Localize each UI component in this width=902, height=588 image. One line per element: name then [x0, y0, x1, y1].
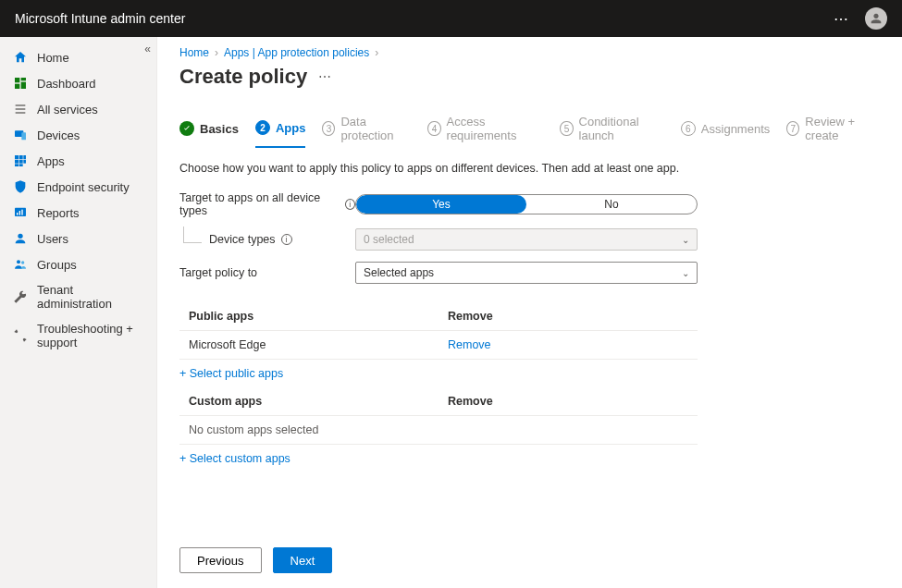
next-button[interactable]: Next: [273, 547, 333, 573]
wizard-step-label: Review + create: [805, 115, 880, 142]
sidebar-item-label: All services: [37, 103, 98, 116]
breadcrumb-apps-policies[interactable]: Apps | App protection policies: [224, 46, 369, 59]
app-title: Microsoft Intune admin center: [15, 11, 185, 26]
sidebar-item-home[interactable]: Home: [0, 44, 156, 70]
indent-line: [183, 227, 202, 243]
svg-rect-18: [17, 213, 18, 215]
svg-rect-14: [23, 160, 26, 164]
sidebar-item-tenant-admin[interactable]: Tenant administration: [0, 277, 156, 316]
target-policy-dropdown[interactable]: Selected apps ⌄: [355, 262, 698, 284]
sidebar-item-users[interactable]: Users: [0, 226, 156, 251]
custom-apps-table: Custom apps Remove No custom apps select…: [179, 387, 698, 445]
svg-rect-20: [21, 210, 22, 215]
table-row: Microsoft Edge Remove: [179, 331, 698, 360]
svg-rect-13: [19, 160, 23, 164]
topbar-more-icon[interactable]: ⋯: [834, 10, 850, 28]
svg-rect-8: [21, 132, 26, 140]
step-number: 3: [322, 121, 335, 136]
svg-rect-15: [15, 164, 19, 166]
apps-icon: [13, 153, 28, 168]
sidebar-item-label: Users: [37, 232, 68, 246]
remove-header: Remove: [448, 395, 688, 408]
sidebar-item-label: Apps: [37, 154, 65, 168]
sidebar-item-apps[interactable]: Apps: [0, 148, 156, 174]
wizard-step-label: Assignments: [701, 122, 770, 136]
target-policy-value: Selected apps: [364, 266, 434, 279]
sidebar-item-troubleshooting[interactable]: Troubleshooting + support: [0, 316, 156, 355]
chevron-right-icon: ›: [375, 46, 378, 59]
step-number: 6: [681, 121, 696, 136]
wizard-footer: Previous Next: [179, 533, 880, 588]
step-number: 5: [560, 121, 573, 136]
wizard-step-review-create[interactable]: 7 Review + create: [786, 115, 880, 148]
svg-rect-1: [21, 78, 26, 80]
wizard-step-label: Conditional launch: [579, 115, 664, 142]
step-number: 2: [255, 120, 270, 135]
previous-button[interactable]: Previous: [179, 547, 262, 573]
svg-point-21: [18, 234, 22, 239]
main-content: Home › Apps | App protection policies › …: [157, 37, 902, 588]
device-types-value: 0 selected: [364, 233, 414, 246]
toggle-yes[interactable]: Yes: [356, 195, 526, 214]
sidebar-item-all-services[interactable]: All services: [0, 96, 156, 122]
svg-rect-3: [15, 84, 19, 89]
sidebar-item-dashboard[interactable]: Dashboard: [0, 70, 156, 96]
person-icon: [869, 11, 883, 26]
svg-rect-11: [23, 155, 26, 159]
info-icon[interactable]: i: [345, 199, 355, 210]
public-apps-table: Public apps Remove Microsoft Edge Remove: [179, 302, 698, 360]
sidebar-item-reports[interactable]: Reports: [0, 200, 156, 226]
wizard-step-basics[interactable]: Basics: [179, 115, 239, 148]
sidebar-item-label: Endpoint security: [37, 180, 130, 194]
step-description: Choose how you want to apply this policy…: [179, 162, 880, 175]
sidebar-item-label: Dashboard: [37, 77, 96, 91]
toggle-no[interactable]: No: [526, 195, 697, 214]
public-apps-header: Public apps: [189, 310, 448, 323]
wizard-step-label: Basics: [200, 122, 239, 136]
svg-point-22: [17, 260, 20, 263]
page-title-more-icon[interactable]: ⋯: [318, 69, 333, 84]
sidebar-item-endpoint-security[interactable]: Endpoint security: [0, 174, 156, 200]
svg-rect-12: [15, 160, 19, 164]
wizard-step-assignments[interactable]: 6 Assignments: [681, 115, 770, 148]
dashboard-icon: [13, 76, 28, 91]
tools-icon: [13, 328, 28, 343]
wizard-step-conditional-launch[interactable]: 5 Conditional launch: [560, 115, 663, 148]
sidebar: « Home Dashboard All services Devices Ap…: [0, 37, 157, 588]
wizard-step-access-requirements[interactable]: 4 Access requirements: [427, 115, 543, 148]
wizard-step-label: Apps: [276, 121, 306, 135]
select-public-apps-link[interactable]: + Select public apps: [179, 360, 880, 387]
breadcrumb-home[interactable]: Home: [179, 46, 209, 59]
sidebar-item-devices[interactable]: Devices: [0, 122, 156, 148]
step-number: 7: [786, 121, 799, 136]
sidebar-item-label: Groups: [37, 258, 77, 272]
svg-rect-2: [21, 82, 26, 89]
select-custom-apps-link[interactable]: + Select custom apps: [179, 445, 880, 472]
target-all-devices-toggle[interactable]: Yes No: [355, 194, 698, 214]
wizard-step-data-protection[interactable]: 3 Data protection: [322, 115, 411, 148]
custom-apps-header: Custom apps: [189, 395, 448, 408]
list-icon: [13, 102, 28, 116]
top-bar: Microsoft Intune admin center ⋯: [0, 0, 902, 37]
user-avatar[interactable]: [865, 7, 887, 30]
wrench-icon: [13, 289, 28, 304]
wizard-step-label: Access requirements: [447, 115, 544, 142]
step-number: 4: [427, 121, 440, 136]
page-title: Create policy: [179, 65, 307, 89]
remove-link[interactable]: Remove: [448, 338, 491, 351]
devices-icon: [13, 128, 28, 142]
wizard-step-apps[interactable]: 2 Apps: [255, 115, 306, 148]
app-name: Microsoft Edge: [189, 338, 448, 351]
sidebar-item-groups[interactable]: Groups: [0, 251, 156, 277]
device-types-dropdown: 0 selected ⌄: [355, 228, 698, 251]
custom-apps-empty: No custom apps selected: [179, 416, 698, 445]
device-types-label: Device types: [209, 233, 276, 246]
wizard-step-label: Data protection: [340, 115, 411, 142]
target-policy-label: Target policy to: [179, 266, 257, 279]
svg-rect-9: [15, 155, 19, 159]
chevron-right-icon: ›: [215, 46, 218, 59]
sidebar-item-label: Troubleshooting + support: [37, 322, 143, 349]
svg-point-23: [21, 261, 24, 263]
collapse-sidebar-icon[interactable]: «: [144, 43, 151, 55]
info-icon[interactable]: i: [281, 234, 292, 245]
